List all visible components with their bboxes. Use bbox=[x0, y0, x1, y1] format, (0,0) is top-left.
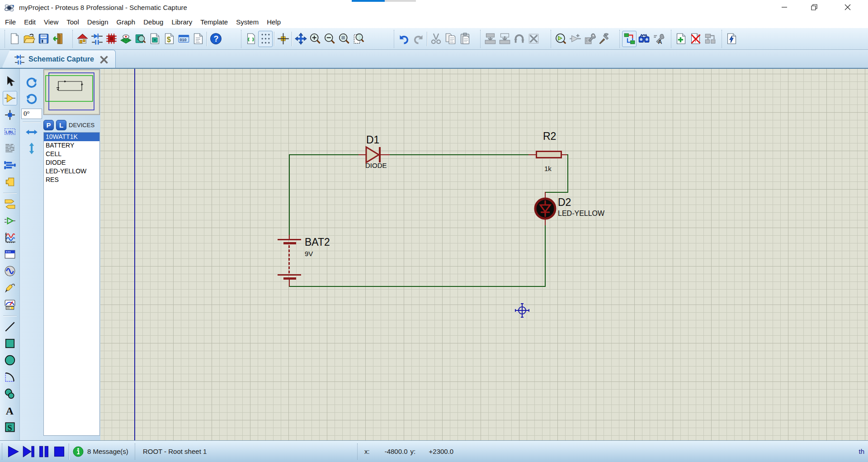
tape-recorder-mode-button[interactable] bbox=[3, 247, 17, 262]
menu-design[interactable]: Design bbox=[83, 17, 113, 27]
2d-box-mode-button[interactable] bbox=[3, 336, 17, 351]
menu-view[interactable]: View bbox=[40, 17, 62, 27]
redraw-button[interactable] bbox=[244, 31, 258, 47]
wire-right-vertical[interactable] bbox=[567, 154, 568, 193]
wire-left-vertical[interactable] bbox=[289, 154, 290, 236]
open-project-button[interactable] bbox=[22, 31, 36, 47]
schematic-capture-button[interactable] bbox=[90, 31, 104, 47]
generator-mode-button[interactable] bbox=[3, 264, 17, 278]
voltage-probe-mode-button[interactable] bbox=[3, 281, 17, 295]
menu-edit[interactable]: Edit bbox=[20, 17, 40, 27]
block-copy-button[interactable] bbox=[483, 31, 497, 47]
new-file-button[interactable] bbox=[7, 31, 22, 47]
play-button[interactable] bbox=[5, 444, 21, 459]
stop-button[interactable] bbox=[52, 444, 67, 459]
source-code-button[interactable]: 010 bbox=[176, 31, 191, 47]
wire-jog[interactable] bbox=[545, 192, 568, 193]
bus-mode-button[interactable] bbox=[3, 158, 17, 172]
component-led-d2[interactable] bbox=[533, 197, 557, 220]
battery-plate-long-1[interactable] bbox=[278, 239, 301, 240]
zoom-in-button[interactable] bbox=[308, 31, 322, 47]
overview-window[interactable] bbox=[43, 69, 100, 115]
tab-schematic-capture[interactable]: Schematic Capture bbox=[2, 50, 116, 68]
component-resistor-r2[interactable] bbox=[536, 151, 562, 158]
text-script-mode-button[interactable] bbox=[3, 141, 17, 156]
rotate-anticlockwise-button[interactable] bbox=[24, 91, 40, 106]
device-list-item[interactable]: BATTERY bbox=[44, 141, 99, 150]
redo-button[interactable] bbox=[411, 31, 425, 47]
battery-bottom-lead[interactable] bbox=[289, 280, 290, 286]
block-rotate-button[interactable] bbox=[512, 31, 526, 47]
terminal-mode-button[interactable] bbox=[3, 197, 17, 211]
zoom-out-button[interactable] bbox=[322, 31, 337, 47]
cut-button[interactable] bbox=[429, 31, 443, 47]
project-notes-button[interactable] bbox=[191, 31, 205, 47]
component-diode-d1[interactable] bbox=[365, 146, 385, 164]
label-r2-value[interactable]: 1k bbox=[544, 165, 552, 172]
bill-of-materials-button[interactable]: $ bbox=[162, 31, 176, 47]
device-list-item[interactable]: CELL bbox=[44, 150, 99, 158]
2d-symbol-mode-button[interactable]: S bbox=[3, 420, 17, 434]
pcb-layout-button[interactable] bbox=[104, 31, 118, 47]
search-tag-button[interactable] bbox=[637, 31, 651, 47]
label-bat2-ref[interactable]: BAT2 bbox=[305, 236, 330, 248]
label-bat2-value[interactable]: 9V bbox=[305, 250, 313, 257]
3d-visualizer-button[interactable] bbox=[118, 31, 133, 47]
make-device-button[interactable] bbox=[582, 31, 597, 47]
2d-text-mode-button[interactable]: A bbox=[3, 403, 17, 418]
remove-sheet-button[interactable] bbox=[688, 31, 703, 47]
wire-bottom[interactable] bbox=[289, 286, 546, 287]
2d-line-mode-button[interactable] bbox=[3, 319, 17, 334]
2d-path-mode-button[interactable] bbox=[3, 386, 17, 401]
restore-button[interactable] bbox=[804, 0, 825, 14]
wire-top[interactable] bbox=[289, 154, 568, 155]
menu-system[interactable]: System bbox=[232, 17, 263, 27]
2d-circle-mode-button[interactable] bbox=[3, 353, 17, 367]
decompose-button[interactable] bbox=[597, 31, 611, 47]
pick-parts-button[interactable] bbox=[568, 31, 582, 47]
import-project-button[interactable] bbox=[51, 31, 65, 47]
menu-debug[interactable]: Debug bbox=[139, 17, 167, 27]
component-mode-button[interactable] bbox=[3, 91, 17, 105]
library-manager-button[interactable]: L bbox=[56, 120, 66, 130]
subcircuit-mode-button[interactable] bbox=[3, 175, 17, 189]
message-status[interactable]: 8 Message(s) bbox=[71, 446, 133, 457]
goto-sheet-button[interactable] bbox=[703, 31, 717, 47]
battery-plate-long-2[interactable] bbox=[278, 274, 301, 276]
wire-label-mode-button[interactable]: LBL bbox=[3, 124, 17, 139]
design-explorer-button[interactable] bbox=[133, 31, 147, 47]
label-d2-value[interactable]: LED-YELLOW bbox=[558, 210, 604, 218]
schematic-canvas[interactable]: D1 DIODE R2 1k D2 LED-YELLOW BAT2 9V bbox=[100, 69, 868, 440]
pan-button[interactable] bbox=[293, 31, 308, 47]
device-list-item[interactable]: DIODE bbox=[44, 158, 99, 167]
home-button[interactable] bbox=[75, 31, 90, 47]
mirror-horizontal-button[interactable] bbox=[24, 125, 40, 139]
origin-button[interactable] bbox=[276, 31, 290, 47]
wire-autorouter-button[interactable] bbox=[622, 31, 637, 47]
electrical-rules-check-button[interactable] bbox=[724, 31, 739, 47]
menu-graph[interactable]: Graph bbox=[113, 17, 140, 27]
zoom-extents-button[interactable] bbox=[337, 31, 351, 47]
menu-template[interactable]: Template bbox=[196, 17, 232, 27]
mirror-vertical-button[interactable] bbox=[24, 141, 40, 156]
minimize-button[interactable] bbox=[774, 0, 795, 14]
menu-file[interactable]: File bbox=[1, 17, 20, 27]
label-d1-value[interactable]: DIODE bbox=[365, 162, 387, 169]
label-d2-ref[interactable]: D2 bbox=[558, 196, 571, 209]
junction-dot-mode-button[interactable] bbox=[3, 108, 17, 122]
label-r2-ref[interactable]: R2 bbox=[543, 130, 556, 143]
battery-plate-short-1[interactable] bbox=[283, 242, 296, 244]
menu-library[interactable]: Library bbox=[167, 17, 196, 27]
pick-devices-button[interactable]: P bbox=[43, 120, 54, 130]
paste-button[interactable] bbox=[458, 31, 472, 47]
zoom-area-button[interactable] bbox=[351, 31, 366, 47]
menu-tool[interactable]: Tool bbox=[62, 17, 83, 27]
save-project-button[interactable] bbox=[36, 31, 51, 47]
rotation-angle-field[interactable] bbox=[21, 109, 42, 119]
battery-dashed-link[interactable] bbox=[288, 245, 290, 273]
2d-arc-mode-button[interactable] bbox=[3, 370, 17, 384]
wire-led-to-bottom[interactable] bbox=[545, 225, 546, 287]
copy-button[interactable] bbox=[443, 31, 458, 47]
undo-button[interactable] bbox=[396, 31, 411, 47]
block-delete-button[interactable] bbox=[526, 31, 541, 47]
